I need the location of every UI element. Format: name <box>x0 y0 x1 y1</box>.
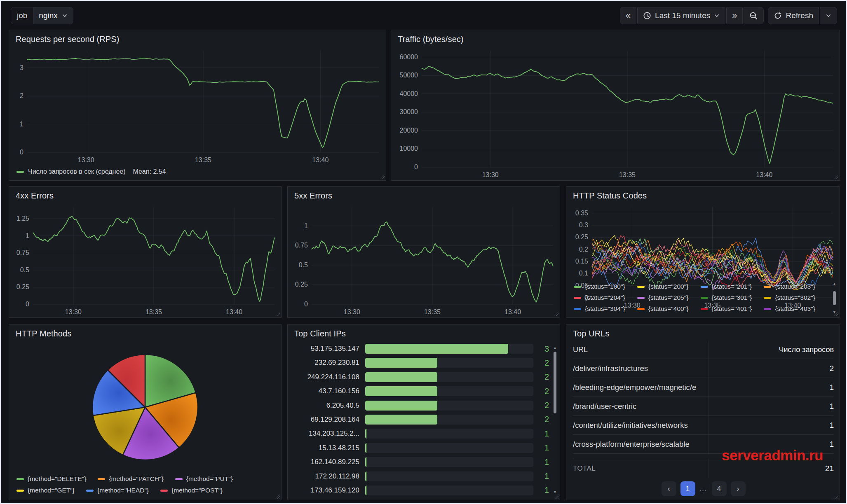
panel-http-methods: HTTP Methods {method="DELETE"}{method="P… <box>9 324 282 500</box>
legend-color-pill <box>637 308 645 310</box>
bar-gauge-track <box>365 443 533 453</box>
legend-item-status[interactable]: {status="203"} <box>764 283 827 290</box>
pagination-ellipsis: … <box>699 485 708 493</box>
legend-item-method[interactable]: {method="PUT"} <box>175 475 233 483</box>
bar-gauge-fill <box>365 443 367 453</box>
svg-text:1: 1 <box>20 121 23 128</box>
client-ip-label: 43.7.160.156 <box>292 387 365 395</box>
count-cell: 1 <box>709 421 834 430</box>
rps-chart[interactable]: 012313:3013:3513:40 <box>9 46 386 166</box>
column-header-count[interactable]: Число запросов <box>709 345 834 354</box>
scroll-up-icon[interactable]: ▲ <box>553 346 557 350</box>
4xx-errors-chart[interactable]: 00.250.50.7511.2513:3013:3513:40 <box>9 202 281 317</box>
svg-text:13:40: 13:40 <box>504 308 521 315</box>
legend-label: {status="205"} <box>648 294 689 301</box>
status-codes-chart[interactable]: 00.050.10.150.20.250.30.3513:3013:3513:4… <box>566 202 840 281</box>
pagination-next-button[interactable]: › <box>731 481 746 496</box>
svg-text:0.1: 0.1 <box>579 270 588 277</box>
refresh-button[interactable]: Refresh <box>768 7 819 24</box>
table-body: /deliver/infrastructures2/bleeding-edge/… <box>573 359 834 454</box>
client-ip-count: 1 <box>533 457 549 467</box>
legend-item-status[interactable]: {status="304"} <box>574 305 637 313</box>
time-shift-back-button[interactable]: « <box>620 7 636 24</box>
table-row[interactable]: /deliver/infrastructures2 <box>573 359 834 378</box>
legend-color-pill <box>16 490 24 492</box>
legend-item-status[interactable]: {status="401"} <box>701 305 764 313</box>
table-row[interactable]: /cross-platform/enterprise/scalable1 <box>573 435 834 454</box>
refresh-interval-dropdown[interactable] <box>820 7 837 24</box>
svg-text:0.15: 0.15 <box>575 258 588 265</box>
url-cell: /cross-platform/enterprise/scalable <box>573 435 709 453</box>
bar-gauge-track <box>365 471 533 481</box>
client-ip-count: 2 <box>533 372 549 382</box>
bar-gauge-track <box>365 457 533 467</box>
double-chevron-right-icon: » <box>732 11 737 20</box>
pagination-prev-button[interactable]: ‹ <box>662 481 676 496</box>
zoom-out-button[interactable] <box>744 7 764 24</box>
methods-pie-chart[interactable] <box>9 340 281 474</box>
total-label: TOTAL <box>573 459 709 478</box>
legend-item-status[interactable]: {status="400"} <box>637 305 701 313</box>
client-ip-row: 249.224.116.1082 <box>292 372 549 383</box>
legend-item-status[interactable]: {status="205"} <box>637 294 701 301</box>
pagination-page-4[interactable]: 4 <box>712 481 727 496</box>
svg-text:0.25: 0.25 <box>575 233 588 240</box>
svg-text:40000: 40000 <box>400 90 418 97</box>
svg-text:3: 3 <box>20 64 23 71</box>
time-shift-forward-button[interactable]: » <box>726 7 743 24</box>
client-ip-row: 172.20.112.981 <box>292 471 549 482</box>
ips-scrollbar[interactable]: ▲ ▼ <box>552 346 558 494</box>
scrollbar-thumb[interactable] <box>833 291 836 305</box>
legend-item-method[interactable]: {method="DELETE"} <box>16 475 86 483</box>
legend-label: {status="302"} <box>775 294 815 301</box>
legend-color-pill <box>175 478 183 480</box>
pagination-page-1[interactable]: 1 <box>680 481 695 496</box>
legend-item-method[interactable]: {method="GET"} <box>16 487 75 494</box>
legend-item-status[interactable]: {status="201"} <box>701 283 764 290</box>
legend-item-method[interactable]: {method="PATCH"} <box>98 475 163 483</box>
svg-text:0.75: 0.75 <box>16 249 29 256</box>
legend-label: {method="POST"} <box>171 487 223 494</box>
variable-value-dropdown[interactable]: nginx <box>33 7 73 24</box>
legend-scrollbar[interactable]: ▲ ▼ <box>832 282 837 314</box>
5xx-errors-chart[interactable]: 00.250.50.75113:3013:3513:40 <box>288 202 560 317</box>
scrollbar-thumb[interactable] <box>554 352 556 413</box>
client-ip-row: 162.140.89.2251 <box>292 457 549 467</box>
legend-item-status[interactable]: {status="301"} <box>701 294 764 301</box>
table-row[interactable]: /content/utilize/initiatives/networks1 <box>573 416 834 435</box>
legend-label: {method="DELETE"} <box>28 475 86 483</box>
status-legend-wrap: {status="100"}{status="200"}{status="201… <box>566 281 840 317</box>
legend-item-status[interactable]: {status="200"} <box>637 283 701 290</box>
column-header-url[interactable]: URL <box>573 341 709 359</box>
time-range-picker-button[interactable]: Last 15 minutes <box>637 7 725 24</box>
scroll-down-icon[interactable]: ▼ <box>833 310 837 314</box>
svg-text:10000: 10000 <box>400 145 418 152</box>
legend-color-pill <box>764 297 771 299</box>
legend-item-method[interactable]: {method="HEAD"} <box>86 487 149 494</box>
table-pagination: ‹ 1 … 4 › <box>573 478 834 500</box>
legend-label: {status="301"} <box>712 294 752 301</box>
legend-color-pill <box>701 297 708 299</box>
legend-mean-value: Mean: 2.54 <box>133 168 166 175</box>
client-ip-label: 172.20.112.98 <box>292 472 365 481</box>
table-row[interactable]: /brand/user-centric1 <box>573 397 834 416</box>
traffic-chart[interactable]: 010000200003000040000500006000013:3013:3… <box>391 46 840 180</box>
panel-title: 4xx Errors <box>9 187 281 202</box>
legend-item-status[interactable]: {status="204"} <box>574 294 637 301</box>
svg-text:13:35: 13:35 <box>145 308 162 315</box>
legend-color-pill <box>86 490 94 492</box>
scroll-up-icon[interactable]: ▲ <box>833 282 837 286</box>
svg-text:13:35: 13:35 <box>195 156 211 163</box>
bar-gauge-track <box>365 386 533 396</box>
legend-label: {status="304"} <box>585 305 625 313</box>
legend-item-status[interactable]: {status="403"} <box>764 305 827 313</box>
table-row[interactable]: /bleeding-edge/empower/magnetic/e1 <box>573 378 834 397</box>
rps-legend[interactable]: Число запросов в сек (среднее) Mean: 2.5… <box>9 166 386 180</box>
legend-item-method[interactable]: {method="POST"} <box>160 487 223 494</box>
template-variable-job[interactable]: job nginx <box>11 7 73 24</box>
legend-item-status[interactable]: {status="100"} <box>574 283 637 290</box>
refresh-group: Refresh <box>768 7 837 24</box>
bar-gauge-fill <box>365 386 437 396</box>
legend-item-status[interactable]: {status="302"} <box>764 294 827 301</box>
scroll-down-icon[interactable]: ▼ <box>553 490 557 494</box>
